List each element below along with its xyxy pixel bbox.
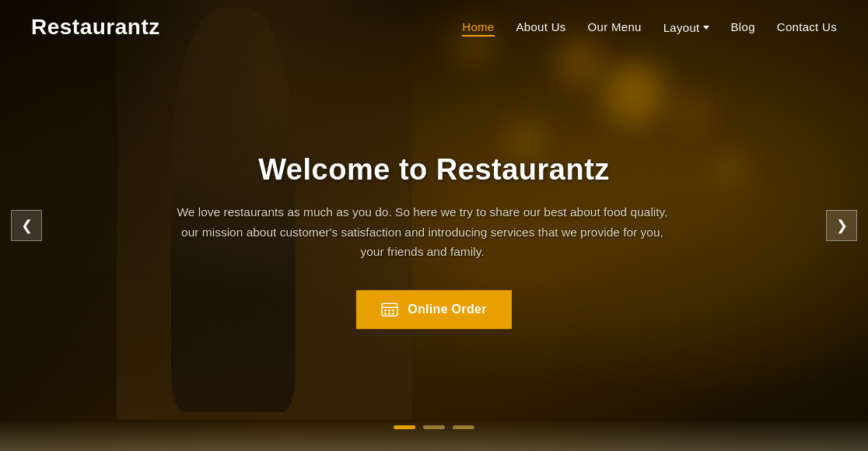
chevron-down-icon xyxy=(703,26,709,30)
nav-item-contact[interactable]: Contact Us xyxy=(777,20,837,34)
svg-rect-3 xyxy=(388,309,390,311)
slider-dot-3[interactable] xyxy=(453,425,474,429)
svg-rect-4 xyxy=(392,309,394,311)
bottom-peek xyxy=(0,420,868,451)
site-logo[interactable]: Restaurantz xyxy=(31,15,160,40)
nav-link-contact[interactable]: Contact Us xyxy=(777,20,837,33)
nav-link-about[interactable]: About Us xyxy=(516,20,566,33)
nav-item-menu[interactable]: Our Menu xyxy=(588,20,642,34)
hero-section: Restaurantz Home About Us Our Menu Layou… xyxy=(0,0,868,451)
nav-item-blog[interactable]: Blog xyxy=(731,20,755,34)
svg-rect-2 xyxy=(384,309,387,311)
slider-dot-1[interactable] xyxy=(394,425,415,429)
hero-subtitle: We love restaurants as much as you do. S… xyxy=(170,202,675,262)
nav-link-layout[interactable]: Layout xyxy=(663,21,709,34)
nav-item-layout[interactable]: Layout xyxy=(663,21,709,34)
nav-item-about[interactable]: About Us xyxy=(516,20,566,34)
nav-link-blog[interactable]: Blog xyxy=(731,20,755,33)
nav-link-home[interactable]: Home xyxy=(462,20,494,37)
hero-title: Welcome to Restaurantz xyxy=(170,153,698,187)
nav-link-menu[interactable]: Our Menu xyxy=(588,20,642,33)
slider-next-button[interactable]: ❯ xyxy=(826,210,857,241)
slider-dot-2[interactable] xyxy=(423,425,445,429)
cta-order-button[interactable]: Online Order xyxy=(356,290,511,329)
slider-prev-button[interactable]: ❮ xyxy=(11,210,42,241)
cta-label: Online Order xyxy=(408,302,486,316)
nav-links: Home About Us Our Menu Layout Blog Conta… xyxy=(462,20,837,34)
nav-item-home[interactable]: Home xyxy=(462,20,494,34)
hero-content: Welcome to Restaurantz We love restauran… xyxy=(170,153,698,329)
svg-rect-6 xyxy=(388,313,390,314)
order-icon xyxy=(381,301,398,318)
svg-rect-5 xyxy=(384,313,387,314)
navbar: Restaurantz Home About Us Our Menu Layou… xyxy=(0,0,868,54)
svg-rect-7 xyxy=(392,313,394,314)
slider-dots xyxy=(394,425,474,429)
